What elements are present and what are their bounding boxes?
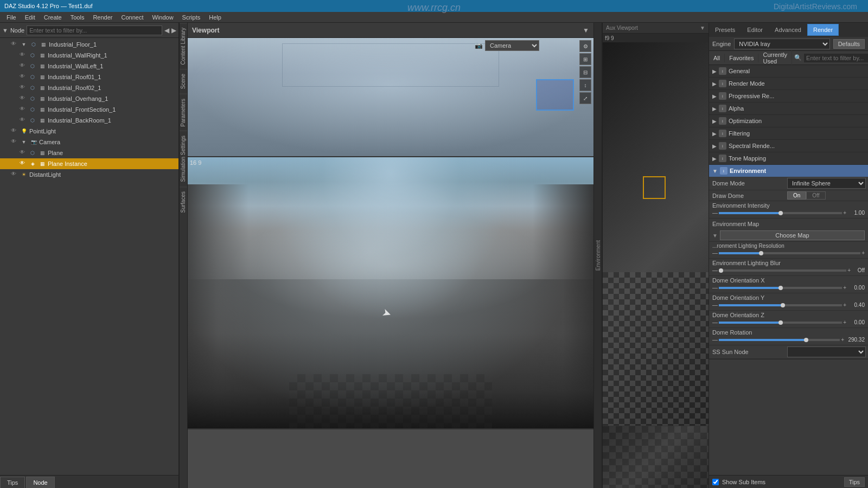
dome-y-minus-btn[interactable]: — xyxy=(712,302,718,308)
lightblur-slider-thumb[interactable] xyxy=(719,268,723,273)
eye-icon[interactable]: 👁 xyxy=(20,95,27,102)
viewport-btn-1[interactable]: ⚙ xyxy=(579,40,591,52)
aux-bottom-view[interactable] xyxy=(603,426,709,488)
tree-item-camera[interactable]: 👁 ▼ 📷 Camera xyxy=(0,137,178,147)
sidebar-tab-simulation[interactable]: Simulation Settings xyxy=(180,131,187,187)
draw-dome-toggle[interactable]: On Off xyxy=(785,191,868,200)
ss-sun-node-select[interactable] xyxy=(787,346,866,357)
dome-mode-select[interactable]: Infinite Sphere xyxy=(787,178,866,189)
sidebar-tab-parameters[interactable]: Parameters xyxy=(180,94,187,131)
tree-item-frontsection[interactable]: 👁 ⬡ ▦ Industrial_FrontSection_1 xyxy=(0,104,178,115)
dome-x-slider-thumb[interactable] xyxy=(778,286,783,290)
tab-presets[interactable]: Presets xyxy=(709,24,741,36)
tree-item-distantlight[interactable]: 👁 ☀ DistantLight xyxy=(0,169,178,180)
eye-icon[interactable]: 👁 xyxy=(20,160,27,168)
engine-select[interactable]: NVIDIA Iray xyxy=(734,38,829,49)
expand-icon[interactable]: ▼ xyxy=(20,40,28,49)
filter-currently-used-btn[interactable]: Currently Used xyxy=(758,50,792,66)
dome-x-minus-btn[interactable]: — xyxy=(712,285,718,291)
group-render-mode-header[interactable]: ▶ i Render Mode xyxy=(709,78,868,89)
lightres-plus-btn[interactable]: + xyxy=(861,250,865,256)
filter-favorites-btn[interactable]: Favorites xyxy=(725,54,758,62)
tree-item-roof01[interactable]: 👁 ⬡ ▦ Industrial_Roof01_1 xyxy=(0,72,178,82)
eye-icon[interactable]: 👁 xyxy=(20,117,27,124)
dome-z-slider-thumb[interactable] xyxy=(778,320,783,325)
sidebar-tab-surfaces[interactable]: Surfaces xyxy=(180,187,187,217)
sidebar-tab-content-library[interactable]: Content Library xyxy=(180,23,187,69)
dome-rot-minus-btn[interactable]: — xyxy=(712,337,718,343)
tree-item-wallright[interactable]: 👁 ⬡ ▦ Industrial_WallRight_1 xyxy=(0,50,178,61)
filter-next-btn[interactable]: ▶ xyxy=(171,27,176,34)
viewport-main[interactable]: 16 9 xyxy=(188,157,593,428)
eye-icon[interactable]: 👁 xyxy=(11,171,18,178)
intensity-minus-btn[interactable]: — xyxy=(712,210,718,216)
eye-icon[interactable]: 👁 xyxy=(20,73,27,81)
dome-y-slider-track[interactable] xyxy=(719,304,842,306)
dome-x-slider-track[interactable] xyxy=(719,287,842,289)
sidebar-tab-scene[interactable]: Scene xyxy=(180,69,187,93)
menu-file[interactable]: File xyxy=(2,13,21,22)
lightblur-slider-track[interactable] xyxy=(719,269,846,272)
viewport-btn-2[interactable]: ⊞ xyxy=(579,53,591,65)
lightres-slider-thumb[interactable] xyxy=(759,251,763,255)
eye-icon[interactable]: 👁 xyxy=(11,138,18,146)
tree-item-roof02[interactable]: 👁 ⬡ ▦ Industrial_Roof02_1 xyxy=(0,82,178,93)
intensity-slider-thumb[interactable] xyxy=(778,211,783,215)
dome-mode-value[interactable]: Infinite Sphere xyxy=(785,178,868,189)
viewport-menu-arrow[interactable]: ▼ xyxy=(583,27,589,34)
tab-node[interactable]: Node xyxy=(26,477,54,488)
tree-item-overhang[interactable]: 👁 ⬡ ▦ Industrial_Overhang_1 xyxy=(0,93,178,104)
tab-editor[interactable]: Editor xyxy=(741,24,769,36)
group-optimization-header[interactable]: ▶ i Optimization xyxy=(709,115,868,127)
draw-dome-on-btn[interactable]: On xyxy=(787,191,806,200)
tree-item-plane[interactable]: 👁 ⬡ ▦ Plane xyxy=(0,147,178,158)
dome-z-minus-btn[interactable]: — xyxy=(712,319,718,325)
expand-icon[interactable]: ▼ xyxy=(20,138,28,146)
camera-dropdown[interactable]: Camera xyxy=(485,40,539,51)
lightblur-minus-btn[interactable]: — xyxy=(712,267,718,273)
draw-dome-off-btn[interactable]: Off xyxy=(806,191,825,200)
aux-main-view[interactable] xyxy=(603,42,709,426)
group-alpha-header[interactable]: ▶ i Alpha xyxy=(709,102,868,114)
menu-window[interactable]: Window xyxy=(148,13,177,22)
menu-scripts[interactable]: Scripts xyxy=(178,13,205,22)
settings-search-input[interactable] xyxy=(804,54,868,62)
eye-icon[interactable]: 👁 xyxy=(20,62,27,70)
tree-item-wallleft[interactable]: 👁 ⬡ ▦ Industrial_WallLeft_1 xyxy=(0,61,178,72)
filter-all-btn[interactable]: All xyxy=(709,54,725,62)
dome-z-plus-btn[interactable]: + xyxy=(843,319,846,325)
lightres-slider-track[interactable] xyxy=(719,252,860,254)
filter-prev-btn[interactable]: ◀ xyxy=(164,27,169,34)
menu-connect[interactable]: Connect xyxy=(117,13,148,22)
tab-render[interactable]: Render xyxy=(807,24,839,36)
menu-tools[interactable]: Tools xyxy=(66,13,89,22)
menu-create[interactable]: Create xyxy=(40,13,66,22)
eye-icon[interactable]: 👁 xyxy=(20,149,27,157)
viewport-btn-5[interactable]: ⤢ xyxy=(579,92,591,104)
eye-icon[interactable]: 👁 xyxy=(20,52,27,59)
defaults-button[interactable]: Defaults xyxy=(833,39,865,49)
dome-y-slider-thumb[interactable] xyxy=(781,303,785,307)
dome-x-plus-btn[interactable]: + xyxy=(843,285,846,291)
tips-bottom-btn[interactable]: Tips xyxy=(844,477,865,487)
aux-viewport-arrow[interactable]: ▼ xyxy=(700,25,705,31)
menu-help[interactable]: Help xyxy=(205,13,226,22)
eye-icon[interactable]: 👁 xyxy=(20,84,27,92)
tab-tips[interactable]: Tips xyxy=(0,477,25,488)
group-general-header[interactable]: ▶ i General xyxy=(709,65,868,77)
group-progressive-header[interactable]: ▶ i Progressive Re... xyxy=(709,90,868,102)
dome-y-plus-btn[interactable]: + xyxy=(843,302,846,308)
tree-item-pointlight[interactable]: 👁 💡 PointLight xyxy=(0,126,178,137)
group-filtering-header[interactable]: ▶ i Filtering xyxy=(709,127,868,139)
intensity-plus-btn[interactable]: + xyxy=(843,210,846,216)
lightres-minus-btn[interactable]: — xyxy=(712,250,718,256)
dome-rot-plus-btn[interactable]: + xyxy=(841,337,844,343)
menu-edit[interactable]: Edit xyxy=(21,13,40,22)
ss-sun-node-value[interactable] xyxy=(785,346,868,357)
tree-item-plane-instance[interactable]: 👁 ◈ ▦ Plane Instance xyxy=(0,158,178,169)
choose-map-button[interactable]: Choose Map xyxy=(720,230,865,240)
eye-icon[interactable]: 👁 xyxy=(11,41,18,48)
lightblur-plus-btn[interactable]: + xyxy=(847,267,851,273)
filter-toggle[interactable]: ▼ xyxy=(2,27,8,34)
tree-item-industrial-floor[interactable]: 👁 ▼ ⬡ ▦ Industrial_Floor_1 xyxy=(0,39,178,50)
